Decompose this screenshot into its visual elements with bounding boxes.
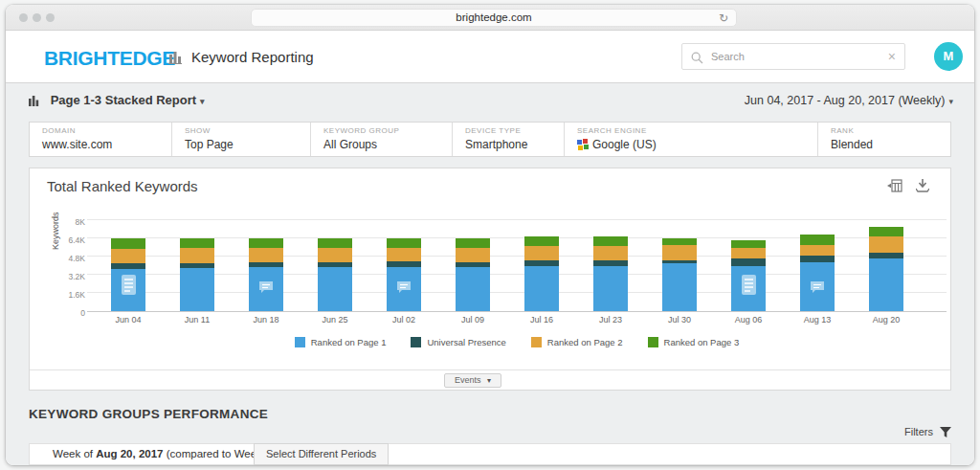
bar-segment[interactable] (387, 248, 421, 261)
stacked-bar-jun-11[interactable] (180, 220, 214, 311)
legend-swatch (411, 337, 421, 347)
bar-segment[interactable] (180, 238, 214, 248)
bar-segment[interactable] (731, 248, 766, 259)
screenshot-stage: brightedge.com ↻ BRIGHTEDGE Keyword Repo… (0, 0, 980, 470)
bar-segment[interactable] (593, 260, 628, 266)
address-bar[interactable]: brightedge.com ↻ (251, 9, 737, 27)
bar-segment[interactable] (869, 258, 903, 311)
download-icon[interactable] (916, 179, 929, 196)
chart-legend: Ranked on Page 1Universal PresenceRanked… (87, 337, 947, 347)
filter-domain[interactable]: DOMAINwww.site.com (30, 123, 172, 156)
stacked-bar-jun-25[interactable] (318, 220, 352, 311)
bar-segment[interactable] (318, 248, 352, 262)
bar-segment[interactable] (111, 263, 145, 269)
bar-segment[interactable] (456, 267, 490, 311)
bar-segment[interactable] (593, 246, 628, 259)
filter-keyword-group[interactable]: KEYWORD GROUPAll Groups (311, 123, 453, 156)
bar-segment[interactable] (524, 260, 559, 266)
stacked-bar-jul-30[interactable] (662, 220, 697, 311)
app-header: BRIGHTEDGE Keyword Reporting × M (6, 31, 974, 83)
report-toolbar: Page 1-3 Stacked Report▾ Jun 04, 2017 - … (6, 83, 974, 120)
filter-value: All Groups (323, 138, 452, 151)
filter-device-type[interactable]: DEVICE TYPESmartphone (453, 123, 565, 156)
filter-show[interactable]: SHOWTop Page (172, 123, 311, 156)
chevron-down-icon: ▾ (487, 376, 491, 385)
reload-icon[interactable]: ↻ (719, 11, 728, 27)
bar-segment[interactable] (318, 238, 352, 248)
bar-segment[interactable] (318, 262, 352, 267)
events-strip: Events ▾ (30, 369, 950, 390)
bar-segment[interactable] (318, 267, 352, 311)
bar-segment[interactable] (387, 238, 421, 248)
bar-segment[interactable] (731, 258, 766, 265)
filter-bar: DOMAINwww.site.comSHOWTop PageKEYWORD GR… (29, 122, 951, 157)
bar-segment[interactable] (180, 248, 214, 262)
search-clear-icon[interactable]: × (888, 49, 896, 64)
bar-segment[interactable] (249, 238, 283, 248)
date-range-selector[interactable]: Jun 04, 2017 - Aug 20, 2017 (Weekly)▾ (745, 94, 953, 107)
google-icon (577, 139, 589, 150)
bar-segment[interactable] (800, 235, 835, 244)
comment-icon[interactable] (810, 280, 825, 298)
bar-segment[interactable] (800, 245, 835, 257)
window-minimize-button[interactable] (33, 13, 41, 22)
note-icon[interactable] (741, 275, 757, 301)
report-selector[interactable]: Page 1-3 Stacked Report▾ (29, 93, 205, 109)
avatar[interactable]: M (934, 42, 963, 71)
filters-label: Filters (904, 426, 933, 437)
bar-segment[interactable] (731, 240, 766, 247)
bar-segment[interactable] (180, 263, 214, 268)
comment-icon[interactable] (396, 280, 412, 298)
legend-item[interactable]: Ranked on Page 2 (531, 337, 623, 347)
bar-segment[interactable] (662, 260, 697, 264)
bar-segment[interactable] (524, 266, 559, 312)
bar-segment[interactable] (456, 262, 490, 267)
bar-segment[interactable] (869, 253, 903, 259)
bar-segment[interactable] (662, 263, 697, 311)
select-periods-button[interactable]: Select Different Periods (254, 443, 389, 465)
brightedge-logo[interactable]: BRIGHTEDGE (44, 47, 175, 70)
bar-segment[interactable] (456, 238, 490, 248)
x-tick-label: Aug 06 (714, 315, 783, 325)
bar-segment[interactable] (249, 262, 283, 267)
bar-segment[interactable] (662, 238, 697, 245)
stacked-bar-aug-20[interactable] (869, 220, 903, 311)
y-tick-label: 6.4K (69, 235, 86, 245)
bar-segment[interactable] (593, 236, 628, 247)
bar-segment[interactable] (869, 227, 903, 237)
filter-search-engine[interactable]: SEARCH ENGINEGoogle (US) (565, 123, 818, 156)
legend-item[interactable]: Universal Presence (411, 337, 505, 347)
browser-window: brightedge.com ↻ BRIGHTEDGE Keyword Repo… (6, 5, 974, 465)
stacked-bar-jul-09[interactable] (456, 220, 490, 311)
bar-segment[interactable] (524, 236, 559, 246)
bar-segment[interactable] (387, 261, 421, 266)
note-icon[interactable] (121, 275, 137, 301)
legend-label: Ranked on Page 3 (664, 337, 740, 347)
bar-segment[interactable] (111, 238, 145, 249)
filter-label: KEYWORD GROUP (323, 126, 452, 135)
stacked-bar-jul-16[interactable] (524, 220, 559, 311)
search-input[interactable] (711, 44, 874, 69)
comment-icon[interactable] (258, 280, 274, 298)
export-report-icon[interactable] (887, 179, 902, 196)
bar-segment[interactable] (111, 249, 145, 263)
stacked-bar-jul-23[interactable] (593, 220, 628, 311)
bar-segment[interactable] (593, 266, 628, 312)
bar-segment[interactable] (249, 248, 283, 262)
bar-segment[interactable] (662, 245, 697, 259)
events-button[interactable]: Events ▾ (444, 373, 501, 388)
legend-item[interactable]: Ranked on Page 1 (295, 337, 387, 347)
plot-area (87, 221, 947, 312)
bar-segment[interactable] (800, 256, 835, 262)
filters-control[interactable]: Filters (904, 426, 951, 438)
chevron-down-icon: ▾ (200, 97, 205, 106)
bar-segment[interactable] (456, 248, 490, 262)
bar-segment[interactable] (869, 236, 903, 253)
bar-segment[interactable] (524, 246, 559, 260)
filter-rank[interactable]: RANKBlended (818, 123, 950, 156)
bar-segment[interactable] (180, 268, 214, 311)
legend-swatch (531, 337, 542, 347)
legend-item[interactable]: Ranked on Page 3 (648, 337, 740, 347)
window-close-button[interactable] (19, 13, 28, 22)
window-zoom-button[interactable] (46, 13, 55, 22)
